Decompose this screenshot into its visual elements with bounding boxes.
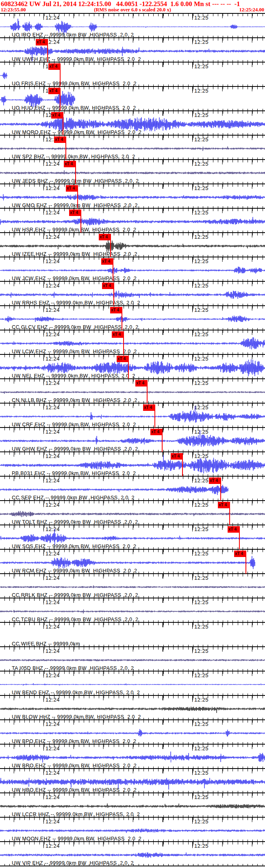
trace-row-hsr[interactable]: 12:24 12:25 xT 4 UW HSR EHZ -- 99999.0km… (0, 208, 265, 232)
pick-flag[interactable]: xT 4 (48, 63, 60, 70)
trace-row-wife[interactable]: 12:24 12:25 CC WIFE BHZ -- 99999.0km (0, 622, 265, 646)
window-end-time: 12:25:24.00 (239, 7, 264, 13)
trace-label: UW SOS EHZ -- 99999.0km BW HIGHPASS 2.0 … (12, 544, 136, 549)
trace-row-nel[interactable]: 12:24 12:25 xT 4 UW NEL EHZ -- 99999.0km… (0, 354, 265, 378)
trace-row-huo[interactable]: 12:24 12:25 xT 4 UO HUO EHZ -- 99999.0km… (0, 86, 265, 110)
trace-row-glcv[interactable]: 12:24 12:25 xT 4 CC GLCV EHZ -- 99999.0k… (0, 305, 265, 330)
trace-label: UW LCCR HHZ -- 99999.0km BW HIGHPASS 2.0… (12, 812, 140, 817)
pick-flag[interactable]: xT 4 (110, 307, 122, 313)
pick-flag-label: xT 4 (172, 454, 180, 458)
trace-row-tolt[interactable]: 12:24 12:25 xT 4 UW TOLT BHZ -- 99999.0k… (0, 500, 265, 525)
trace-row-fris[interactable]: 12:24 12:25 xT 4 UO FRIS EHZ -- 99999.0k… (0, 62, 265, 86)
pick-time-line (245, 551, 246, 574)
pick-flag[interactable]: xT 4 (209, 477, 220, 484)
trace-row-gmo[interactable]: 12:24 12:25 xT 4 UW GMO EHZ -- 99999.0km… (0, 184, 265, 208)
trace-row-blow[interactable]: 12:24 12:25 UW BLOW HHZ -- 99999.0km BW … (0, 695, 265, 719)
pick-flag[interactable]: xT 4 (117, 356, 128, 362)
pick-flag[interactable]: xT 4 (112, 331, 123, 338)
pick-flag[interactable]: xT 4 (101, 258, 113, 265)
trace-label: UO IRO EHZ -- 99999.0km BW HIGHPASS 2.0 … (12, 32, 134, 38)
minute-label-right: 12:25 (194, 624, 209, 630)
trace-label: UW TOLT BHZ -- 99999.0km BW HIGHPASS 2.0… (12, 519, 138, 525)
pick-flag-label: xT 4 (111, 308, 119, 312)
pick-time-line (75, 161, 76, 184)
pick-flag[interactable]: xT 4 (218, 502, 229, 508)
pick-flag[interactable]: xT 4 (36, 39, 47, 45)
pick-flag-label: xT 4 (49, 89, 57, 93)
pick-flag[interactable]: xT 4 (64, 161, 75, 167)
trace-row-b031[interactable]: 12:24 12:25 xT 4 PB B031 EHZ -- 99999.0k… (0, 451, 265, 476)
trace-row-lccr[interactable]: 12:24 12:25 UW LCCR HHZ -- 99999.0km BW … (0, 792, 265, 817)
pick-flag[interactable]: xT 4 (54, 136, 65, 143)
trace-label: PB B031 EHZ -- 99999.0km BW HIGHPASS 2.0… (12, 471, 136, 476)
pick-flag[interactable]: xT 4 (143, 404, 154, 411)
trace-row-sep[interactable]: 12:24 12:25 xT 4 CC SEP EHZ -- 99999.0km… (0, 476, 265, 500)
pick-flag[interactable]: xT 4 (66, 185, 77, 192)
tick-marks-major (0, 623, 265, 627)
trace-row-izee[interactable]: 12:24 12:25 xT 4 UW IZEE HHZ -- 99999.0k… (0, 232, 265, 257)
trace-row-crf[interactable]: 12:24 12:25 xT 4 UW CRF EHZ -- 99999.0km… (0, 403, 265, 427)
pick-flag[interactable]: xT 4 (48, 88, 60, 94)
pick-flag-label: xT 4 (49, 64, 57, 69)
trace-label: UW RCM EHZ -- 99999.0km BW HIGHPASS 2.0 … (12, 568, 137, 574)
trace-row-rcm[interactable]: 12:24 12:25 xT 4 UW RCM EHZ -- 99999.0km… (0, 549, 265, 573)
pick-flag[interactable]: xT 4 (171, 453, 182, 460)
trace-label: CC GLCV EHZ -- 99999.0km BW HIGHPASS 2.0… (12, 324, 139, 330)
trace-row-i05d[interactable]: 12:24 12:25 TA I05D BHZ -- 99999.0km BW … (0, 646, 265, 671)
trace-label: UW MORO EHZ -- 99999.0km BW HIGHPASS 2.0… (12, 130, 141, 135)
pick-flag[interactable]: xT 4 (228, 526, 239, 533)
pick-flag-label: xT 4 (102, 259, 110, 263)
trace-label: UW BEND EHZ -- 99999.0km BW HIGHPASS 2.0… (12, 690, 140, 695)
trace-label: UW VIP EHZ -- 99999.0km BW HIGHPASS 2.0 … (12, 860, 134, 866)
pick-time-line (239, 526, 240, 549)
trace-row-moro[interactable]: 12:24 12:25 xT 4 UW MORO EHZ -- 99999.0k… (0, 110, 265, 135)
trace-row-bro[interactable]: 12:24 12:25 UW BRO EHZ -- 99999.0km BW H… (0, 744, 265, 768)
trace-row-jcw[interactable]: 12:24 12:25 xT 4 UW JCW EHZ -- 99999.0km… (0, 257, 265, 281)
pick-flag[interactable]: xT 4 (234, 551, 245, 557)
pick-flag-label: xT 4 (228, 527, 237, 531)
trace-row-bpo[interactable]: 12:24 12:25 UW BPO EHZ -- 99999.0km BW H… (0, 719, 265, 744)
trace-label: UW NEL EHZ -- 99999.0km BW HIGHPASS 2.0 … (12, 373, 135, 379)
trace-label: UO HUO EHZ -- 99999.0km BW HIGHPASS 2.0 … (12, 105, 136, 111)
pick-time-line (80, 209, 81, 233)
trace-label: UW LCW EHZ -- 99999.0km BW HIGHPASS 2.0 … (12, 349, 137, 354)
trace-row-uwfh[interactable]: 12:24 12:25 xT 4 UW UWFH EHZ -- 99999.0k… (0, 37, 265, 62)
pick-time-line (122, 307, 122, 330)
trace-row-sp2[interactable]: 12:24 12:25 xT 4 UW SP2 BHZ -- 99999.0km… (0, 135, 265, 159)
trace-label: UW CRF EHZ -- 99999.0km BW HIGHPASS 2.0 … (12, 422, 136, 428)
trace-label: CC SEP EHZ -- 99999.0km BW HIGHPASS 2.0 … (12, 495, 135, 501)
trace-row-vip[interactable]: 12:24 12:25 UW VIP EHZ -- 99999.0km BW H… (0, 841, 265, 866)
pick-time-line (47, 39, 48, 62)
trace-row-sos[interactable]: 12:24 12:25 xT 4 UW SOS EHZ -- 99999.0km… (0, 525, 265, 549)
trace-label: CC TCBU BHZ -- 99999.0km BW HIGHPASS 2.0… (12, 617, 138, 622)
trace-label: CC RRLK BHZ -- 99999.0km BW HIGHPASS 2.0… (12, 592, 138, 598)
trace-label: CN NLLB BHZ -- 99999.0km BW HIGHPASS 2.0… (12, 397, 137, 403)
pick-time-line (110, 234, 111, 257)
pick-flag[interactable]: xT 4 (99, 234, 110, 240)
pick-flag[interactable]: xT 4 (69, 209, 80, 216)
trace-row-rrhs[interactable]: 12:24 12:25 xT 4 UW RRHS EHZ -- 99999.0k… (0, 281, 265, 305)
trace-row-ghw[interactable]: 12:24 12:25 xT 4 UW GHW EHZ -- 99999.0km… (0, 427, 265, 451)
trace-row-rrlk[interactable]: 12:24 12:25 CC RRLK BHZ -- 99999.0km BW … (0, 573, 265, 598)
pick-flag[interactable]: xT 4 (51, 112, 63, 119)
trace-row-nllb[interactable]: 12:24 12:25 xT 4 CN NLLB BHZ -- 99999.0k… (0, 378, 265, 403)
pick-time-line (123, 331, 124, 354)
pick-time-line (60, 88, 61, 111)
trace-row-jeds[interactable]: 12:24 12:25 xT 4 UW JEDS BHZ -- 99999.0k… (0, 159, 265, 184)
pick-flag[interactable]: xT 4 (135, 380, 147, 386)
pick-time-line (77, 185, 78, 208)
pick-flag[interactable]: xT 4 (102, 283, 113, 289)
trace-row-tcbu[interactable]: 12:24 12:25 CC TCBU BHZ -- 99999.0km BW … (0, 598, 265, 622)
pick-flag-label: xT 4 (67, 186, 75, 190)
trace-row-moon[interactable]: 12:24 12:25 UW MOON EHZ -- 99999.0km BW … (0, 817, 265, 841)
trace-label: UW BLOW HHZ -- 99999.0km BW HIGHPASS 2.0… (12, 714, 141, 720)
trace-row-bend[interactable]: 12:24 12:25 UW BEND EHZ -- 99999.0km BW … (0, 671, 265, 695)
trace-label: UW JCW EHZ -- 99999.0km BW HIGHPASS 2.0 … (12, 276, 137, 281)
trace-row-lcw[interactable]: 12:24 12:25 xT 4 UW LCW EHZ -- 99999.0km… (0, 330, 265, 354)
trace-row-hbo[interactable]: 12:24 12:25 UW HBO EHZ -- 99999.0km BW H… (0, 768, 265, 792)
pick-flag[interactable]: xT 4 (150, 429, 162, 435)
pick-time-line (162, 429, 163, 452)
trace-label: UW GMO EHZ -- 99999.0km BW HIGHPASS 2.0 … (12, 203, 138, 208)
pick-flag-label: xT 4 (136, 381, 144, 385)
trace-row-iro[interactable]: 12:24 12:25 UO IRO EHZ -- 99999.0km BW H… (0, 13, 265, 37)
